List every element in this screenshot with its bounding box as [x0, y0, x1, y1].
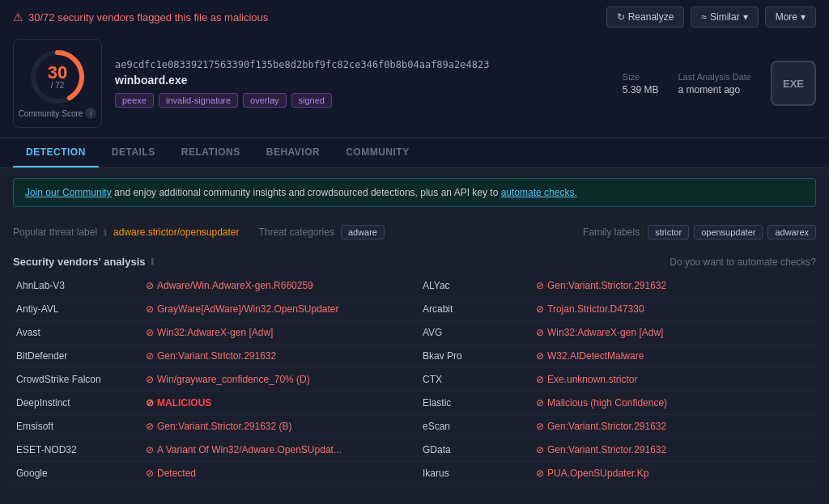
vendor-name: CTX [423, 374, 536, 385]
family-tag-adwarex[interactable]: adwarex [767, 225, 816, 239]
popular-threat-field: Popular threat label ℹ adware.strictor/o… [13, 227, 240, 238]
threat-icon: ⊘ [146, 444, 154, 455]
vendor-detect: ⊘ Win32:AdwareX-gen [Adw] [146, 327, 423, 338]
threat-icon-2: ⊘ [536, 280, 544, 291]
threat-icon: ⊘ [146, 327, 154, 338]
tab-details[interactable]: DETAILS [99, 138, 168, 167]
vendor-name: Bkav Pro [423, 350, 536, 362]
vendor-detect: ⊘ MALICIOUS [146, 397, 423, 409]
join-community-link[interactable]: Join our Community [25, 187, 112, 198]
vendor-detect: ⊘ Gen:Variant.Strictor.291632 [536, 444, 813, 455]
vendor-name: Ikarus [423, 468, 536, 479]
vendor-name: Emsisoft [16, 421, 146, 432]
vendor-detect: ⊘ W32.AIDetectMalware [536, 350, 813, 362]
vendor-name: GData [423, 444, 536, 455]
table-row: DeepInstinct ⊘ MALICIOUS Elastic ⊘ Malic… [13, 392, 816, 415]
family-tag-opensupdater[interactable]: opensupdater [694, 225, 763, 239]
tab-relations[interactable]: RELATIONS [168, 138, 253, 167]
file-size-meta: Size 5.39 MB [623, 72, 659, 95]
tag-peexe[interactable]: peexe [115, 93, 154, 108]
tab-behavior[interactable]: BEHAVIOR [253, 138, 333, 167]
vendor-name: DeepInstinct [16, 397, 146, 409]
threat-icon: ⊘ [536, 350, 544, 362]
community-banner: Join our Community and enjoy additional … [13, 178, 816, 207]
vendor-name: Elastic [423, 397, 536, 409]
vendor-name: BitDefender [16, 350, 146, 362]
threat-icon: ⊘ [536, 421, 544, 432]
threat-icon: ⊘ [536, 444, 544, 455]
family-tag-strictor[interactable]: strictor [648, 225, 689, 239]
file-info-section: 30 / 72 Community Score i ae9cdfc1e08339… [13, 32, 816, 138]
vendor-detect: ⊘ PUA.OpenSUpdater.Kp [536, 468, 813, 479]
score-number: 30 / 72 [48, 64, 67, 90]
vendor-name: CrowdStrike Falcon [16, 374, 146, 385]
threat-icon: ⊘ [146, 350, 154, 362]
vendor-detect-2: ⊘ Gen:Variant.Strictor.291632 [536, 280, 813, 291]
table-row: BitDefender ⊘ Gen:Variant.Strictor.29163… [13, 345, 816, 368]
threat-icon: ⊘ [146, 421, 154, 432]
table-row: Avast ⊘ Win32:AdwareX-gen [Adw] AVG ⊘ Wi… [13, 321, 816, 345]
threat-icon: ⊘ [536, 327, 544, 338]
vendor-name-2: ALYac [423, 280, 536, 291]
header-actions: ↻ Reanalyze ≈ Similar ▾ More ▾ [606, 6, 816, 28]
tag-overlay[interactable]: overlay [243, 93, 286, 108]
threat-icon: ⊘ [146, 468, 154, 479]
vendor-name: Arcabit [423, 303, 536, 315]
threat-icon: ⊘ [146, 280, 154, 291]
tabs-bar: DETECTION DETAILS RELATIONS BEHAVIOR COM… [0, 138, 829, 168]
similar-icon: ≈ [701, 11, 707, 23]
table-row: ESET-NOD32 ⊘ A Variant Of Win32/Adware.O… [13, 438, 816, 462]
adware-tag[interactable]: adware [341, 225, 385, 239]
table-row: Google ⊘ Detected Ikarus ⊘ PUA.OpenSUpda… [13, 462, 816, 485]
threat-icon: ⊘ [536, 397, 544, 409]
automate-checks-link[interactable]: automate checks. [501, 187, 577, 198]
vendor-name: Avast [16, 327, 146, 338]
threat-icon: ⊘ [536, 374, 544, 385]
threat-icon: ⊘ [146, 303, 154, 315]
vendor-name: Antiy-AVL [16, 303, 146, 315]
vendor-name-1: AhnLab-V3 [16, 280, 146, 291]
popular-threat-value: adware.strictor/opensupdater [113, 227, 239, 238]
popular-threat-info-icon: ℹ [104, 227, 107, 238]
file-hash: ae9cdfc1e08339217563390f135be8d2bbf9fc82… [115, 59, 610, 70]
threat-icon: ⊘ [146, 397, 154, 409]
tab-community[interactable]: COMMUNITY [333, 138, 423, 167]
table-row: Emsisoft ⊘ Gen:Variant.Strictor.291632 (… [13, 415, 816, 438]
table-row: AhnLab-V3 ⊘ Adware/Win.AdwareX-gen.R6602… [13, 274, 816, 298]
threat-info-row: Popular threat label ℹ adware.strictor/o… [13, 218, 816, 246]
threat-categories-field: Threat categories adware [259, 225, 385, 239]
score-circle: 30 / 72 [28, 48, 87, 106]
vendor-detect: ⊘ GrayWare[AdWare]/Win32.OpenSUpdater [146, 303, 423, 315]
reanalyze-button[interactable]: ↻ Reanalyze [606, 6, 685, 28]
file-details: ae9cdfc1e08339217563390f135be8d2bbf9fc82… [115, 59, 610, 108]
threat-icon: ⊘ [536, 468, 544, 479]
vendor-detect: ⊘ Detected [146, 468, 423, 479]
security-section-header: Security vendors' analysis ℹ Do you want… [13, 256, 816, 268]
tab-detection[interactable]: DETECTION [13, 138, 99, 167]
threat-icon: ⊘ [146, 374, 154, 385]
score-widget: 30 / 72 Community Score i [13, 39, 102, 128]
file-name: winboard.exe [115, 74, 610, 87]
automate-checks-text: Do you want to automate checks? [670, 256, 816, 268]
file-tags: peexe invalid-signature overlay signed [115, 93, 610, 108]
vendor-detect: ⊘ Gen:Variant.Strictor.291632 (B) [146, 421, 423, 432]
vendor-name: ESET-NOD32 [16, 444, 146, 455]
more-button[interactable]: More ▾ [765, 6, 816, 28]
alert-icon: ⚠ [13, 11, 23, 23]
vendor-name: Google [16, 468, 146, 479]
vendor-detect: ⊘ Win/grayware_confidence_70% (D) [146, 374, 423, 385]
score-info-icon: i [85, 108, 96, 119]
table-row: Antiy-AVL ⊘ GrayWare[AdWare]/Win32.OpenS… [13, 298, 816, 321]
chevron-down-icon-more: ▾ [801, 11, 806, 23]
vendor-detect-1: ⊘ Adware/Win.AdwareX-gen.R660259 [146, 280, 423, 291]
vendor-detect: ⊘ Gen:Variant.Strictor.291632 [146, 350, 423, 362]
similar-button[interactable]: ≈ Similar ▾ [691, 6, 758, 28]
last-analysis-meta: Last Analysis Date a moment ago [678, 72, 752, 95]
threat-icon: ⊘ [536, 303, 544, 315]
security-section-title: Security vendors' analysis ℹ [13, 256, 154, 268]
vendors-table: AhnLab-V3 ⊘ Adware/Win.AdwareX-gen.R6602… [13, 274, 816, 485]
vendor-name: eScan [423, 421, 536, 432]
family-labels: Family labels strictor opensupdater adwa… [583, 225, 816, 239]
tag-invalid-signature[interactable]: invalid-signature [159, 93, 238, 108]
tag-signed[interactable]: signed [291, 93, 332, 108]
